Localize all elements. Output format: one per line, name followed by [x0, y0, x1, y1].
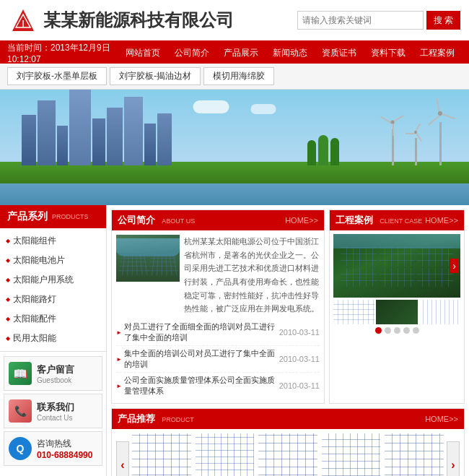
company-title-en: ABOUT US — [162, 217, 195, 225]
topbar-nav: 网站首页 公司简介 产品展示 新闻动态 资质证书 资料下载 工程案例 — [118, 42, 462, 64]
nav-products[interactable]: 产品展示 — [216, 42, 266, 64]
product-item-3[interactable]: 电池片BJ-258 — [322, 433, 381, 476]
guestbook-widget[interactable]: 📖 客户留言 Guestbook — [4, 356, 102, 391]
contact-widget[interactable]: 📞 联系我们 Contact Us — [4, 394, 102, 428]
nav-download[interactable]: 资料下载 — [364, 42, 413, 64]
list-item[interactable]: ◆ 太阳能路灯 — [0, 290, 106, 309]
two-cols: 公司简介 ABOUT US HOME>> — [111, 209, 465, 404]
products-list: 电池片LJ-258 电池片JS-6021 电池片LJ-258 — [132, 433, 444, 476]
eng-title-zh: 工程案例 — [336, 215, 373, 225]
nav-news[interactable]: 新闻动态 — [266, 42, 315, 64]
eng-title-en: CLIENT CASE — [380, 217, 422, 225]
qq-icon: Q — [9, 437, 32, 460]
eng-thumb-2[interactable] — [376, 300, 417, 324]
company-section: 公司简介 ABOUT US HOME>> — [111, 209, 325, 404]
list-item[interactable]: ◆ 太阳能配件 — [0, 309, 106, 329]
bullet-icon: ◆ — [6, 277, 10, 283]
tab-0[interactable]: 刘宇胶板-水墨单层板 — [7, 67, 107, 85]
eng-dot-3[interactable] — [394, 327, 400, 334]
list-item[interactable]: ◆ 太阳能户用系统 — [0, 270, 106, 290]
eng-dot-5[interactable] — [413, 327, 419, 334]
eng-more[interactable]: HOME>> — [425, 216, 458, 225]
nav-about[interactable]: 公司简介 — [167, 42, 216, 64]
products-more[interactable]: HOME>> — [425, 415, 458, 423]
tab-1[interactable]: 刘宇胶板-揭油边材 — [110, 67, 201, 85]
logo-area: 某某新能源科技有限公司 — [9, 6, 234, 35]
eng-thumbnails — [333, 300, 460, 324]
company-name: 某某新能源科技有限公司 — [43, 9, 234, 32]
logo-icon — [9, 6, 38, 35]
bullet-icon: ◆ — [6, 257, 10, 264]
eng-dots — [333, 327, 460, 334]
sidebar-title: 产品系列 PRODUCTS — [0, 205, 106, 228]
list-item[interactable]: ◆ 太阳能组件 — [0, 231, 106, 251]
product-item-1[interactable]: 电池片JS-6021 — [196, 433, 255, 476]
sidebar-title-zh: 产品系列 — [7, 210, 48, 223]
eng-next-arrow[interactable]: › — [450, 259, 459, 273]
contact-text: 联系我们 Contact Us — [37, 401, 74, 422]
nav-cert[interactable]: 资质证书 — [315, 42, 364, 64]
products-prev-arrow[interactable]: ‹ — [116, 441, 129, 476]
guestbook-text: 客户留言 Guestbook — [37, 363, 74, 384]
guestbook-icon: 📖 — [9, 362, 32, 385]
product-img-4 — [385, 433, 444, 476]
main-content: 产品系列 PRODUCTS ◆ 太阳能组件 ◆ 太阳能电池片 ◆ 太阳能户用系 — [0, 205, 469, 476]
bullet-icon: ◆ — [6, 316, 10, 322]
product-item-0[interactable]: 电池片LJ-258 — [132, 433, 191, 476]
contact-icon: 📞 — [9, 399, 32, 423]
bullet-icon: ◆ — [6, 238, 10, 244]
hotline-text: 咨询热线 010-68884990 — [37, 438, 92, 460]
content-area: 公司简介 ABOUT US HOME>> — [107, 205, 469, 476]
list-item[interactable]: ► 对员工进行了全面细全面的培训对员工进行了集中全面的培训 2010-03-11 — [116, 319, 320, 346]
list-item[interactable]: ► 公司全面实施质量管理体系公司全面实施质量管理体系 2010-03-11 — [116, 373, 320, 399]
products-section: 产品推荐 PRODUCT HOME>> ‹ 电池片L — [111, 408, 465, 476]
company-description: 杭州某某太阳能电源公司位于中国浙江省杭州市，是著名的光伏企业之一。公司采用先进工… — [184, 235, 320, 316]
sidebar-menu: ◆ 太阳能组件 ◆ 太阳能电池片 ◆ 太阳能户用系统 ◆ 太阳能路灯 — [0, 228, 106, 352]
search-input[interactable] — [297, 11, 424, 30]
sidebar: 产品系列 PRODUCTS ◆ 太阳能组件 ◆ 太阳能电池片 ◆ 太阳能户用系 — [0, 205, 107, 476]
eng-dot-4[interactable] — [403, 327, 410, 334]
product-item-4[interactable]: 电池片FD-258 — [385, 433, 444, 476]
products-content: ‹ 电池片LJ-258 电池 — [112, 429, 464, 476]
eng-dot-2[interactable] — [385, 327, 391, 334]
banner — [0, 90, 469, 205]
company-news-list: ► 对员工进行了全面细全面的培训对员工进行了集中全面的培训 2010-03-11… — [116, 319, 320, 399]
bullet-icon: ◆ — [6, 296, 10, 303]
company-more[interactable]: HOME>> — [285, 216, 318, 225]
eng-thumb-3[interactable] — [419, 300, 460, 324]
company-content: 杭州某某太阳能电源公司位于中国浙江省杭州市，是著名的光伏企业之一。公司采用先进工… — [112, 230, 324, 403]
products-next-arrow[interactable]: › — [447, 441, 460, 476]
company-image — [116, 235, 180, 282]
hotline-widget[interactable]: Q 咨询热线 010-68884990 — [4, 431, 102, 466]
products-header: 产品推荐 PRODUCT HOME>> — [112, 409, 464, 429]
product-img-2 — [258, 433, 317, 476]
bullet-icon: ◆ — [6, 335, 10, 342]
tab-2[interactable]: 模切用海绵胶 — [203, 67, 274, 85]
product-img-3 — [322, 433, 381, 476]
list-item[interactable]: ► 集中全面的培训公司对员工进行了集中全面的培训 2010-03-11 — [116, 346, 320, 373]
eng-thumb-1[interactable] — [333, 300, 374, 324]
eng-dot-1[interactable] — [375, 327, 382, 334]
sidebar-title-en: PRODUCTS — [52, 213, 89, 220]
company-section-header: 公司简介 ABOUT US HOME>> — [112, 210, 324, 230]
product-item-2[interactable]: 电池片LJ-258 — [258, 433, 317, 476]
product-img-0 — [132, 433, 191, 476]
tabs-bar: 刘宇胶板-水墨单层板 刘宇胶板-揭油边材 模切用海绵胶 — [0, 64, 469, 90]
nav-home[interactable]: 网站首页 — [118, 42, 167, 64]
search-area: 搜 索 — [297, 11, 460, 30]
engineering-section: 工程案例 CLIENT CASE HOME>> — [329, 209, 465, 404]
eng-gallery: › — [330, 230, 464, 337]
product-img-1 — [196, 433, 255, 476]
company-title-zh: 公司简介 — [118, 215, 155, 225]
eng-main-image: › — [333, 234, 460, 298]
list-item[interactable]: ◆ 太阳能电池片 — [0, 251, 106, 270]
topbar-time: 当前时间：2013年12月9日 10:12:07 — [7, 42, 118, 64]
search-button[interactable]: 搜 索 — [426, 11, 460, 30]
topbar: 当前时间：2013年12月9日 10:12:07 网站首页 公司简介 产品展示 … — [0, 42, 469, 64]
engineering-section-header: 工程案例 CLIENT CASE HOME>> — [330, 210, 464, 230]
header: 某某新能源科技有限公司 搜 索 — [0, 0, 469, 42]
products-title-en: PRODUCT — [162, 416, 194, 423]
nav-engineering[interactable]: 工程案例 — [413, 42, 462, 64]
products-title-zh: 产品推荐 — [118, 413, 155, 424]
list-item[interactable]: ◆ 民用太阳能 — [0, 329, 106, 348]
